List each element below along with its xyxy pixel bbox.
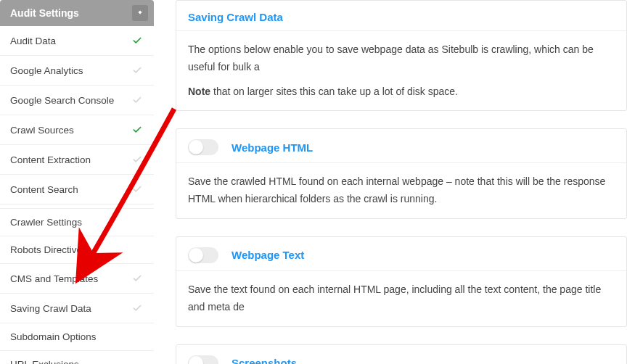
toggle-screenshots[interactable] xyxy=(188,355,218,364)
section-webpage-html: Webpage HTML Save the crawled HTML found… xyxy=(176,128,627,219)
section-desc: Save the crawled HTML found on each inte… xyxy=(176,162,626,218)
check-icon xyxy=(131,302,144,315)
section-title: Webpage HTML xyxy=(231,141,313,154)
intro-desc: The options below enable you to save web… xyxy=(176,30,626,110)
toggle-webpage-html[interactable] xyxy=(188,139,218,155)
intro-p2: Note that on larger sites this can take … xyxy=(188,83,615,101)
sidebar: Audit Settings Audit Data Google Analyti… xyxy=(0,0,154,364)
section-screenshots: Screenshots Save screenshots of each ren… xyxy=(176,344,627,364)
sidebar-item-label: URL Exclusions xyxy=(10,359,79,364)
sidebar-item-label: Saving Crawl Data xyxy=(10,303,91,314)
sidebar-item-label: Audit Data xyxy=(10,36,56,46)
sidebar-item-content-search[interactable]: Content Search xyxy=(0,175,154,204)
sidebar-item-label: Google Analytics xyxy=(10,65,83,76)
sidebar-item-google-search-console[interactable]: Google Search Console xyxy=(0,86,154,115)
main-content: Saving Crawl Data The options below enab… xyxy=(154,0,627,364)
check-icon xyxy=(131,183,144,196)
section-title: Webpage Text xyxy=(231,249,304,261)
section-title: Screenshots xyxy=(231,357,297,364)
sidebar-item-google-analytics[interactable]: Google Analytics xyxy=(0,56,154,86)
sidebar-item-label: Crawl Sources xyxy=(10,125,74,136)
sidebar-item-cms-templates[interactable]: CMS and Templates xyxy=(0,264,154,294)
toggle-webpage-text[interactable] xyxy=(188,247,218,263)
intro-note-strong: Note xyxy=(188,86,210,97)
sidebar-item-robots-directives[interactable]: Robots Directives xyxy=(0,236,154,264)
check-icon xyxy=(131,153,144,166)
check-icon xyxy=(131,272,144,285)
collapse-icon[interactable] xyxy=(132,5,148,21)
section-webpage-text: Webpage Text Save the text found on each… xyxy=(176,236,627,327)
check-icon xyxy=(131,94,144,107)
sidebar-item-crawl-sources[interactable]: Crawl Sources xyxy=(0,115,154,145)
check-icon xyxy=(131,123,144,136)
sidebar-item-content-extraction[interactable]: Content Extraction xyxy=(0,145,154,175)
sidebar-item-crawler-settings[interactable]: Crawler Settings xyxy=(0,209,154,236)
sidebar-item-label: Google Search Console xyxy=(10,95,114,106)
page-title: Saving Crawl Data xyxy=(188,11,283,23)
sidebar-header-label: Audit Settings xyxy=(10,7,79,19)
sidebar-item-subdomain-options[interactable]: Subdomain Options xyxy=(0,323,154,351)
intro-panel: Saving Crawl Data The options below enab… xyxy=(176,0,627,111)
check-icon xyxy=(131,64,144,77)
check-icon xyxy=(131,34,144,47)
sidebar-item-audit-data[interactable]: Audit Data xyxy=(0,26,154,56)
intro-note-rest: that on larger sites this can take up a … xyxy=(210,86,458,97)
sidebar-item-label: Robots Directives xyxy=(10,244,87,255)
section-desc: Save the text found on each internal HTM… xyxy=(176,270,626,326)
sidebar-item-label: Crawler Settings xyxy=(10,217,82,228)
intro-p1: The options below enable you to save web… xyxy=(188,41,615,76)
sidebar-item-label: Content Extraction xyxy=(10,154,91,165)
sidebar-item-label: Subdomain Options xyxy=(10,331,97,342)
sidebar-item-label: Content Search xyxy=(10,184,78,195)
sidebar-item-label: CMS and Templates xyxy=(10,273,98,284)
sidebar-item-saving-crawl-data[interactable]: Saving Crawl Data xyxy=(0,294,154,323)
sidebar-header[interactable]: Audit Settings xyxy=(0,0,154,26)
sidebar-item-url-exclusions[interactable]: URL Exclusions xyxy=(0,351,154,364)
